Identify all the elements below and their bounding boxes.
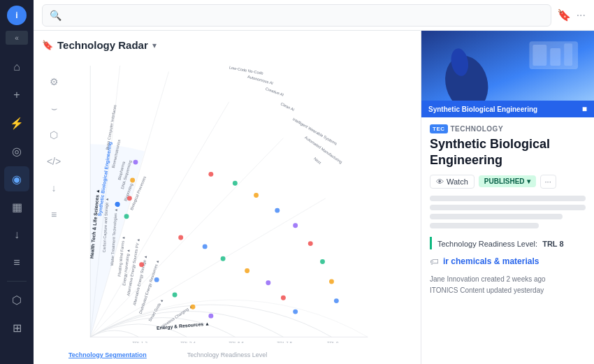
svg-text:Creative AI: Creative AI (265, 87, 284, 97)
sidebar-item-network[interactable]: ⬡ (4, 287, 29, 312)
app-logo[interactable]: i (7, 6, 27, 25)
watch-icon: 👁 (436, 177, 444, 186)
svg-point-43 (208, 172, 213, 177)
radar-chevron-icon[interactable]: ▾ (152, 41, 157, 50)
trl-section: Technology Readiness Level: TRL 8 (430, 237, 586, 249)
radar-controls: ⚙ ⌣ ⬡ </> ↓ ≡ (45, 73, 63, 224)
svg-point-35 (208, 314, 213, 319)
settings-icon[interactable]: ⚙ (45, 73, 63, 91)
detail-panel: Synthetic Biological Engineering ■ TEC T… (421, 31, 594, 364)
published-chevron: ▾ (527, 177, 530, 185)
svg-text:TRL 3-4: TRL 3-4 (180, 341, 196, 343)
svg-point-40 (266, 280, 270, 285)
tag-badge: TEC (430, 124, 448, 133)
svg-point-32 (154, 277, 159, 282)
radar-svg-container: Health Tech & Life Sciences ▲ Synthetic … (61, 66, 421, 343)
svg-text:Automated Manufacturing: Automated Manufacturing (304, 135, 343, 164)
svg-point-33 (173, 293, 178, 298)
svg-point-56 (115, 201, 121, 208)
svg-point-38 (221, 256, 226, 261)
published-button[interactable]: PUBLISHED ▾ (479, 175, 536, 187)
svg-point-48 (308, 241, 313, 246)
watch-label: Watch (447, 177, 468, 186)
code-icon[interactable]: </> (45, 152, 63, 170)
svg-text:TRL 1-2: TRL 1-2 (132, 341, 147, 343)
sidebar-item-lightning[interactable]: ⚡ (4, 110, 29, 136)
svg-point-52 (124, 214, 129, 219)
search-icon: 🔍 (50, 10, 61, 21)
svg-point-54 (130, 178, 135, 183)
sidebar-item-download[interactable]: ↓ (4, 222, 29, 247)
export-icon[interactable]: ↓ (45, 179, 63, 197)
sidebar-collapse-button[interactable]: « (6, 31, 28, 45)
svg-point-44 (233, 181, 238, 186)
content-line-4 (430, 223, 539, 228)
svg-text:TRL 7-8: TRL 7-8 (277, 341, 292, 343)
sidebar-divider (7, 281, 27, 282)
svg-point-39 (245, 268, 249, 273)
category-icon: 🏷 (430, 256, 439, 267)
svg-point-47 (293, 223, 298, 228)
sidebar-item-radar[interactable]: ◉ (4, 166, 29, 191)
sidebar-item-home[interactable]: ⌂ (4, 54, 29, 80)
svg-point-31 (139, 262, 144, 267)
bookmark-icon[interactable]: 🔖 (557, 8, 571, 22)
svg-point-37 (203, 244, 208, 249)
more-icon[interactable]: ··· (577, 9, 586, 22)
svg-rect-66 (533, 45, 546, 66)
sidebar-item-add[interactable]: + (4, 82, 29, 108)
panel-footer: Jane Innovation created 2 weeks ago ITON… (430, 274, 586, 296)
sidebar-item-list[interactable]: ≡ (4, 250, 29, 275)
sidebar-item-chart[interactable]: ▦ (4, 194, 29, 219)
nodes-icon[interactable]: ⬡ (45, 126, 63, 144)
sidebar-item-explore[interactable]: ◎ (4, 138, 29, 163)
trl-label: Technology Readiness Level: TRL 8 (437, 240, 564, 248)
panel-close-icon[interactable]: ■ (582, 104, 587, 114)
topbar: 🔍 🔖 ··· (34, 0, 594, 31)
content-placeholder (430, 196, 586, 228)
main-area: 🔍 🔖 ··· 🔖 Technology Radar ▾ ⚙ ⌣ ⬡ </> ↓… (34, 0, 594, 364)
svg-point-42 (293, 310, 298, 314)
svg-point-41 (281, 296, 286, 300)
content-line-2 (430, 205, 586, 210)
published-label: PUBLISHED (484, 177, 525, 185)
panel-main-title: Synthetic Biological Engineering (430, 136, 586, 169)
radar-footer-left: Technology Segmentation (68, 351, 147, 358)
svg-point-34 (191, 305, 196, 310)
panel-tag: TEC TECHNOLOGY (430, 124, 586, 133)
more-options-button[interactable]: ··· (540, 175, 556, 189)
watch-button[interactable]: 👁 Watch (430, 175, 475, 189)
radar-panel: 🔖 Technology Radar ▾ ⚙ ⌣ ⬡ </> ↓ ≡ (34, 31, 421, 364)
svg-point-51 (334, 298, 339, 303)
list2-icon[interactable]: ≡ (45, 205, 63, 224)
filter-icon[interactable]: ⌣ (45, 99, 63, 117)
category-section: 🏷 ir chemicals & materials (430, 256, 586, 267)
svg-point-45 (254, 193, 259, 198)
radar-bookmark-icon: 🔖 (42, 40, 53, 50)
content-line-1 (430, 196, 586, 201)
svg-text:TRL 9: TRL 9 (327, 341, 339, 343)
search-input[interactable] (66, 10, 544, 20)
footer-line-2: ITONICS Content updated yesterday (430, 285, 586, 296)
tag-label: TECHNOLOGY (451, 125, 504, 133)
category-link[interactable]: ir chemicals & materials (443, 256, 539, 266)
trl-value: TRL 8 (542, 240, 563, 248)
svg-point-49 (320, 259, 325, 264)
search-box[interactable]: 🔍 (42, 4, 551, 27)
svg-point-53 (127, 196, 132, 201)
footer-line-1: Jane Innovation created 2 weeks ago (430, 274, 586, 285)
svg-point-46 (275, 208, 280, 213)
svg-text:TRL 5-6: TRL 5-6 (229, 341, 244, 343)
svg-text:Low-Code No-Code: Low-Code No-Code (229, 66, 264, 75)
sidebar-item-layers[interactable]: ⊞ (4, 315, 29, 340)
panel-header-title: Synthetic Biological Engineering (428, 105, 537, 113)
sidebar: i « ⌂ + ⚡ ◎ ◉ ▦ ↓ ≡ ⬡ ⊞ (0, 0, 34, 364)
panel-header-image (421, 31, 594, 101)
svg-rect-68 (564, 43, 572, 66)
svg-text:Clean AI: Clean AI (280, 102, 296, 112)
svg-point-50 (329, 279, 334, 284)
panel-actions: 👁 Watch PUBLISHED ▾ ··· (430, 175, 586, 189)
radar-title: Technology Radar (57, 39, 148, 51)
svg-point-36 (178, 235, 183, 240)
content-line-3 (430, 214, 563, 219)
